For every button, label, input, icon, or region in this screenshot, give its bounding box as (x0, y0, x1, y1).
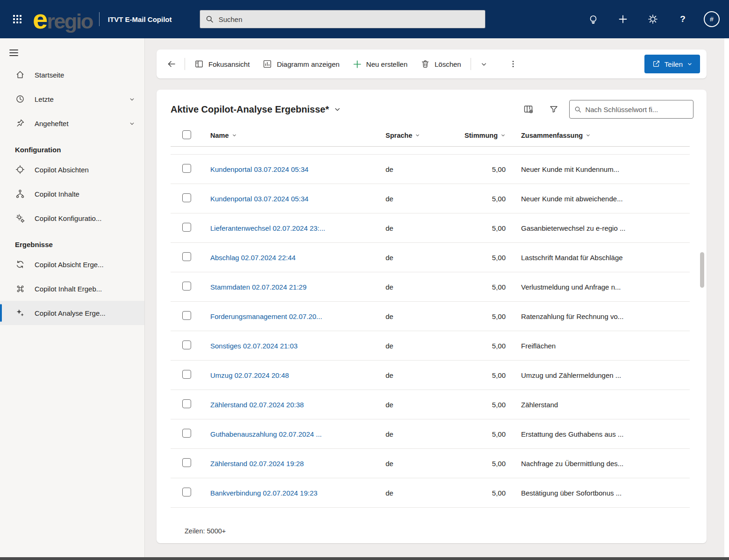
chevron-down-icon (415, 133, 420, 138)
sidebar-item-copilot-analyse-ergebnisse[interactable]: Copilot Analyse Erge... (0, 301, 144, 325)
more-commands-button[interactable] (503, 54, 523, 74)
record-name-link[interactable]: Stammdaten 02.07.2024 21:29 (210, 283, 386, 291)
row-checkbox[interactable] (182, 399, 191, 408)
search-icon (574, 106, 581, 113)
global-search-box[interactable] (200, 10, 486, 28)
row-checkbox[interactable] (182, 252, 191, 261)
record-name-link[interactable]: Abschlag 02.07.2024 22:44 (210, 254, 386, 262)
row-checkbox[interactable] (182, 282, 191, 291)
record-name-link[interactable]: Kundenportal 03.07.2024 05:34 (210, 195, 386, 203)
chevron-down-icon (500, 133, 506, 138)
filter-button[interactable] (544, 100, 564, 119)
row-checkbox[interactable] (182, 340, 191, 349)
column-header-zusammenfassung[interactable]: Zusammenfassung (506, 132, 690, 139)
sparkles-icon (15, 308, 25, 318)
flow-branch-icon (15, 189, 25, 199)
table-row[interactable]: Forderungsmanagement 02.07.20... de 5,00… (171, 302, 690, 331)
record-name-link[interactable]: Bankverbindung 02.07.2024 19:23 (210, 489, 386, 497)
sidebar-item-copilot-absicht-ergebnisse[interactable]: Copilot Absicht Erge... (0, 252, 144, 276)
row-checkbox[interactable] (182, 311, 191, 320)
table-row[interactable]: Lieferantenwechsel 02.07.2024 23:... de … (171, 213, 690, 243)
table-body: Kundenportal 03.07.2024 05:34 de 5,00 Ne… (171, 155, 690, 508)
quick-create-button[interactable] (610, 8, 636, 30)
top-navigation-bar: eregio ITVT E-Mail Copilot (0, 0, 729, 38)
record-name-link[interactable]: Lieferantenwechsel 02.07.2024 23:... (210, 224, 386, 232)
app-window: eregio ITVT E-Mail Copilot (0, 0, 729, 560)
sidebar-item-copilot-absichten[interactable]: Copilot Absichten (0, 157, 144, 182)
overflow-chevron-button[interactable] (474, 54, 494, 74)
record-name-link[interactable]: Kundenportal 03.07.2024 05:34 (210, 165, 386, 173)
sidebar-item-copilot-inhalte[interactable]: Copilot Inhalte (0, 182, 144, 206)
sidebar-item-copilot-konfiguration[interactable]: Copilot Konfiguratio... (0, 206, 144, 230)
table-row[interactable]: Kundenportal 03.07.2024 05:34 de 5,00 Ne… (171, 155, 690, 184)
row-checkbox[interactable] (182, 223, 191, 232)
sidebar-item-copilot-inhalt-ergebnisse[interactable]: Copilot Inhalt Ergeb... (0, 276, 144, 301)
record-name-link[interactable]: Guthabenauszahlung 02.07.2024 ... (210, 430, 386, 438)
sprache-cell: de (386, 165, 447, 173)
row-checkbox[interactable] (182, 429, 191, 438)
help-button[interactable]: ? (670, 8, 695, 30)
table-row[interactable]: Zählerstand 02.07.2024 19:28 de 5,00 Nac… (171, 449, 690, 478)
table-row[interactable]: Guthabenauszahlung 02.07.2024 ... de 5,0… (171, 419, 690, 449)
sidebar-item-angeheftet[interactable]: Angeheftet (0, 111, 144, 135)
sprache-cell: de (386, 312, 447, 320)
column-label: Stimmung (465, 132, 498, 139)
table-row[interactable]: Umzug 02.07.2024 20:48 de 5,00 Umzug und… (171, 361, 690, 390)
share-label: Teilen (665, 60, 683, 68)
keyword-filter-box[interactable] (569, 100, 693, 119)
table-row[interactable]: Abschlag 02.07.2024 22:44 de 5,00 Lastsc… (171, 243, 690, 272)
app-launcher-button[interactable] (7, 8, 28, 30)
lightbulb-button[interactable] (580, 8, 606, 30)
row-checkbox[interactable] (182, 488, 191, 496)
chevron-down-icon (480, 61, 487, 68)
column-header-name[interactable]: Name (210, 132, 386, 139)
column-header-sprache[interactable]: Sprache (386, 132, 447, 139)
sidebar-item-startseite[interactable]: Startseite (0, 63, 144, 87)
sidebar-item-letzte[interactable]: Letzte (0, 87, 144, 111)
table-row[interactable]: Stammdaten 02.07.2024 21:29 de 5,00 Verl… (171, 272, 690, 302)
table-row[interactable]: Kundenportal 03.07.2024 05:34 de 5,00 Ne… (171, 184, 690, 213)
global-search-input[interactable] (219, 15, 480, 23)
command-icon (15, 284, 25, 294)
view-grid-card: Aktive Copilot-Analyse Ergebnisse* (157, 90, 707, 543)
table-row[interactable]: Bankverbindung 02.07.2024 19:23 de 5,00 … (171, 478, 690, 508)
table-row[interactable]: Sonstiges 02.07.2024 21:03 de 5,00 Freif… (171, 331, 690, 361)
logo-letter-e: e (33, 7, 47, 31)
show-chart-label: Diagramm anzeigen (277, 60, 339, 68)
chevron-down-icon (687, 61, 693, 67)
results-table: Name Sprache Stimmung Zusammenfassu (157, 124, 707, 543)
stimmung-cell: 5,00 (447, 165, 506, 173)
topbar-divider (99, 12, 100, 26)
vertical-scrollbar-thumb[interactable] (700, 252, 704, 288)
delete-button[interactable]: Löschen (414, 54, 468, 74)
create-new-button[interactable]: Neu erstellen (346, 54, 414, 74)
row-checkbox[interactable] (182, 370, 191, 379)
zusammenfassung-cell: Umzug und Zählermeldungen ... (506, 371, 690, 379)
record-name-link[interactable]: Forderungsmanagement 02.07.20... (210, 312, 386, 320)
share-button[interactable]: Teilen (644, 55, 700, 73)
view-selector[interactable]: Aktive Copilot-Analyse Ergebnisse* (171, 104, 341, 115)
account-avatar[interactable]: # (704, 11, 720, 27)
record-name-link[interactable]: Zählerstand 02.07.2024 20:38 (210, 401, 386, 409)
row-checkbox[interactable] (182, 458, 191, 467)
record-name-link[interactable]: Sonstiges 02.07.2024 21:03 (210, 342, 386, 350)
select-all-checkbox[interactable] (182, 130, 191, 139)
sprache-cell: de (386, 224, 447, 232)
row-checkbox[interactable] (182, 164, 191, 173)
table-row[interactable]: Zählerstand 02.07.2024 20:38 de 5,00 Zäh… (171, 390, 690, 419)
app-shell: Startseite Letzte Angeheftet (0, 38, 729, 557)
record-name-link[interactable]: Umzug 02.07.2024 20:48 (210, 371, 386, 379)
record-name-link[interactable]: Zählerstand 02.07.2024 19:28 (210, 460, 386, 468)
zusammenfassung-cell: Neuer Kunde mit Kundennum... (506, 165, 690, 173)
focus-view-button[interactable]: Fokusansicht (188, 54, 256, 74)
collapse-sitemap-button[interactable] (9, 43, 30, 63)
zusammenfassung-cell: Gasanbieterwechsel zu e-regio ... (506, 224, 690, 232)
settings-button[interactable] (640, 8, 665, 30)
edit-columns-button[interactable] (519, 100, 538, 119)
pin-icon (15, 118, 25, 128)
keyword-filter-input[interactable] (585, 106, 688, 113)
back-button[interactable] (161, 54, 182, 74)
show-chart-button[interactable]: Diagramm anzeigen (256, 54, 346, 74)
column-header-stimmung[interactable]: Stimmung (447, 132, 506, 139)
row-checkbox[interactable] (182, 193, 191, 202)
